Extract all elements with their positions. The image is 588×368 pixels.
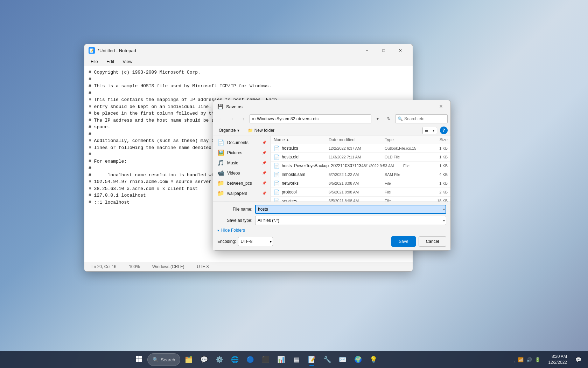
volume-icon[interactable]: 🔊 <box>525 356 533 363</box>
nav-back-button[interactable]: ← <box>216 114 226 123</box>
taskbar-chrome[interactable]: 🔵 <box>243 353 257 367</box>
column-size[interactable]: Size <box>427 137 448 142</box>
encoding-select[interactable]: UTF-8 UTF-16 ANSI <box>238 237 273 246</box>
zoom-level: 100% <box>126 264 142 270</box>
minimize-button[interactable]: − <box>359 45 375 56</box>
system-tray: ‸ 📶 🔊 🔋 <box>510 356 544 363</box>
menu-file[interactable]: File <box>87 57 102 66</box>
notepad-app-icon: 📝 <box>89 47 95 54</box>
file-row[interactable]: 📄 lmhosts.sam 5/7/2022 1:22 AM SAM File … <box>271 170 450 179</box>
nav-up-button[interactable]: ↑ <box>238 114 248 123</box>
search-bar[interactable]: 🔍 <box>395 114 448 123</box>
file-row[interactable]: 📄 hosts.ics 12/2/2022 6:37 AM Outlook.Fi… <box>271 144 450 153</box>
panel-item-between-pcs[interactable]: 📁 between_pcs 📌 <box>213 178 271 188</box>
this-pc-icon: 💻 <box>223 200 230 202</box>
file-row[interactable]: 📄 services 6/5/2021 8:08 AM File 18 KB <box>271 197 450 202</box>
file-type: Outlook.File.ics.15 <box>385 146 427 150</box>
between-pcs-icon: 📁 <box>217 180 224 186</box>
search-input[interactable] <box>404 116 457 121</box>
file-encoding: UTF-8 <box>194 264 211 270</box>
panel-item-wallpapers[interactable]: 📁 wallpapers 📌 <box>213 188 271 198</box>
taskbar-powertoys[interactable]: 🔧 <box>320 353 334 367</box>
dialog-actions: Encoding: UTF-8 UTF-16 ANSI ▾ Save Cance… <box>213 234 450 250</box>
file-name: services <box>282 198 329 202</box>
battery-icon[interactable]: 🔋 <box>534 356 541 363</box>
taskbar-settings[interactable]: ⚙️ <box>212 353 226 367</box>
file-icon: 📄 <box>274 154 280 160</box>
cancel-button[interactable]: Cancel <box>419 236 446 247</box>
panel-item-documents[interactable]: 📄 Documents 📌 <box>213 137 271 148</box>
start-button[interactable] <box>132 353 146 367</box>
taskbar-file-explorer[interactable]: 🗂️ <box>182 353 196 367</box>
svg-rect-1 <box>139 356 142 359</box>
file-size: 1 KB <box>427 181 448 185</box>
taskbar-mail[interactable]: ✉️ <box>336 353 350 367</box>
dialog-close-button[interactable]: ✕ <box>436 102 446 111</box>
filename-input[interactable] <box>255 205 446 214</box>
taskbar-search[interactable]: 🔍 Search <box>147 353 180 366</box>
nav-refresh-button[interactable]: ↻ <box>384 114 394 123</box>
taskbar-widgets[interactable]: ▦ <box>289 353 303 367</box>
breadcrumb-system32: System32 <box>276 116 295 121</box>
file-row[interactable]: 📄 networks 6/5/2021 8:08 AM File 1 KB <box>271 179 450 188</box>
new-folder-label: New folder <box>254 128 274 133</box>
filename-row: File name: ▾ <box>217 205 446 214</box>
edge-icon: 🌐 <box>231 356 239 363</box>
view-list-button[interactable]: ☰ <box>423 127 430 134</box>
menu-view[interactable]: View <box>119 57 136 66</box>
maximize-button[interactable]: □ <box>376 45 392 56</box>
file-date: 8/1/2022 9:53 AM <box>364 164 403 168</box>
taskbar-app2[interactable]: 💡 <box>366 353 380 367</box>
save-type-select[interactable]: All files (*.*) Text Documents (*.txt) <box>255 216 446 225</box>
notification-center[interactable]: 💬 <box>571 353 585 367</box>
organize-button[interactable]: Organize ▾ <box>216 127 242 134</box>
file-row[interactable]: 📄 protocol 6/5/2021 8:08 AM File 2 KB <box>271 188 450 197</box>
notepad-titlebar: 📝 *Untitled - Notepad − □ ✕ <box>84 44 413 57</box>
new-folder-button[interactable]: 📁 New folder <box>245 127 277 134</box>
panel-item-this-pc[interactable]: ► 💻 This PC <box>213 198 271 202</box>
file-row[interactable]: 📄 hosts.old 11/3/2022 7:11 AM OLD File 1… <box>271 153 450 162</box>
column-type[interactable]: Type <box>385 137 427 142</box>
file-row[interactable]: 📄 hosts_PowerToysBackup_20221103071134 8… <box>271 162 450 170</box>
svg-rect-3 <box>139 359 142 362</box>
taskbar-clock[interactable]: 8:20 AM 12/2/2022 <box>546 354 570 366</box>
save-button[interactable]: Save <box>391 236 415 247</box>
taskbar-app1[interactable]: 🌍 <box>351 353 365 367</box>
pictures-pin-icon: 📌 <box>262 151 266 155</box>
view-dropdown-button[interactable]: ▾ <box>430 127 437 134</box>
nav-dropdown-button[interactable]: ▾ <box>373 114 383 123</box>
panel-item-videos[interactable]: 📹 Videos 📌 <box>213 168 271 178</box>
file-explorer-icon: 🗂️ <box>185 356 192 363</box>
breadcrumb-bar[interactable]: « › Windows › System32 › drivers › etc <box>250 114 371 123</box>
dialog-addressbar: ← → ↑ « › Windows › System32 › drivers ›… <box>213 113 450 125</box>
line-ending: Windows (CRLF) <box>149 264 187 270</box>
taskbar-edge[interactable]: 🌐 <box>228 353 242 367</box>
terminal-icon: ⬛ <box>262 356 270 363</box>
taskbar-terminal[interactable]: ⬛ <box>259 353 273 367</box>
hide-folders-row[interactable]: ▾ Hide Folders <box>213 226 450 234</box>
file-date: 6/5/2021 8:08 AM <box>329 181 385 185</box>
column-name[interactable]: Name ▲ <box>274 137 329 142</box>
titlebar-controls: − □ ✕ <box>359 45 408 56</box>
svg-rect-2 <box>136 359 139 362</box>
dialog-title-icon: 💾 <box>217 104 223 109</box>
taskbar-task-manager[interactable]: 📊 <box>274 353 288 367</box>
taskbar-teams[interactable]: 💬 <box>197 353 211 367</box>
close-button[interactable]: ✕ <box>392 45 408 56</box>
nav-forward-button[interactable]: → <box>227 114 237 123</box>
save-type-row: Save as type: All files (*.*) Text Docum… <box>217 216 446 225</box>
file-date: 12/2/2022 6:37 AM <box>329 146 385 150</box>
file-icon: 📄 <box>274 189 280 195</box>
file-type: SAM File <box>385 172 427 177</box>
panel-item-pictures[interactable]: 🖼️ Pictures 📌 <box>213 148 271 158</box>
left-panel: 📄 Documents 📌 🖼️ Pictures 📌 🎵 Music 📌 📹 <box>213 136 271 202</box>
menu-edit[interactable]: Edit <box>103 57 118 66</box>
taskbar-notepad[interactable]: 📝 <box>305 353 319 367</box>
panel-item-music[interactable]: 🎵 Music 📌 <box>213 158 271 168</box>
chevron-up-icon[interactable]: ‸ <box>513 356 516 363</box>
file-size: 4 KB <box>427 172 448 177</box>
help-button[interactable]: ? <box>440 127 448 134</box>
filename-label: File name: <box>217 207 252 212</box>
network-icon[interactable]: 📶 <box>517 356 525 363</box>
column-date[interactable]: Date modified <box>329 137 385 142</box>
